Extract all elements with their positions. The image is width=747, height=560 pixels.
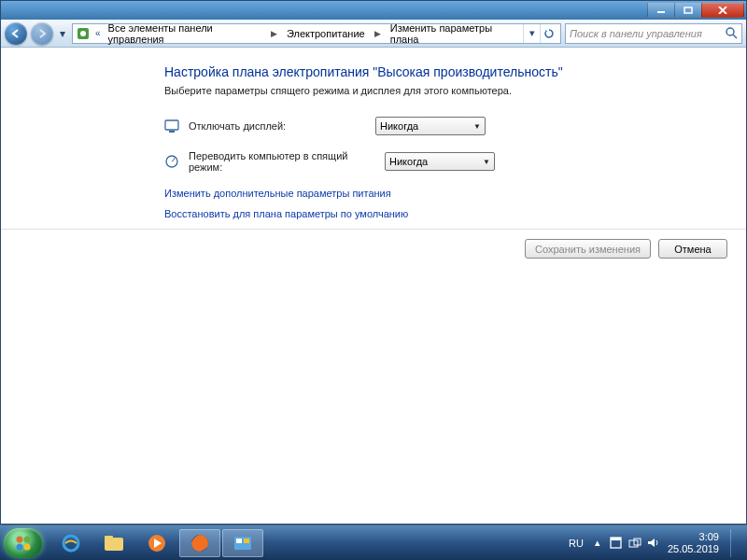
- show-hidden-icons[interactable]: ▴: [591, 537, 604, 550]
- svg-rect-20: [244, 539, 249, 543]
- network-icon[interactable]: [628, 537, 641, 550]
- svg-point-4: [726, 28, 734, 35]
- back-button[interactable]: [5, 22, 27, 45]
- close-button[interactable]: [701, 3, 744, 18]
- setting-label: Отключать дисплей:: [189, 120, 366, 132]
- svg-rect-19: [236, 539, 242, 543]
- breadcrumb-item[interactable]: Все элементы панели управления: [106, 22, 263, 45]
- display-icon: [164, 119, 179, 133]
- breadcrumb-item[interactable]: Изменить параметры плана: [388, 22, 517, 45]
- minimize-button[interactable]: [647, 3, 675, 18]
- svg-rect-1: [684, 7, 692, 13]
- navigation-bar: ▾ « Все элементы панели управления ▶ Эле…: [1, 20, 746, 48]
- svg-point-10: [24, 536, 31, 542]
- svg-point-9: [17, 536, 23, 542]
- taskbar-firefox[interactable]: [179, 529, 220, 557]
- restore-defaults-link[interactable]: Восстановить для плана параметры по умол…: [164, 208, 727, 219]
- search-icon[interactable]: [725, 26, 738, 41]
- sleep-icon: [164, 154, 179, 169]
- show-desktop-button[interactable]: [730, 529, 738, 557]
- chevron-down-icon: ▼: [483, 158, 490, 166]
- page-title: Настройка плана электропитания "Высокая …: [164, 64, 727, 79]
- content-area: Настройка плана электропитания "Высокая …: [1, 48, 746, 524]
- windows-logo-icon: [14, 534, 33, 553]
- combo-value: Никогда: [380, 120, 418, 132]
- language-indicator[interactable]: RU: [569, 538, 584, 549]
- search-placeholder: Поиск в панели управления: [570, 28, 702, 39]
- forward-button[interactable]: [31, 22, 53, 45]
- window-buttons: [648, 3, 744, 18]
- refresh-button[interactable]: [540, 24, 557, 43]
- setting-sleep: Переводить компьютер в спящий режим: Ник…: [164, 150, 727, 173]
- cancel-button[interactable]: Отмена: [658, 239, 727, 259]
- chevron-right-icon[interactable]: ▶: [373, 29, 383, 38]
- advanced-settings-link[interactable]: Изменить дополнительные параметры питани…: [164, 188, 727, 199]
- svg-rect-0: [657, 11, 665, 13]
- address-buttons: ▾: [523, 24, 557, 43]
- taskbar-control-panel[interactable]: [222, 529, 263, 557]
- control-panel-icon: [77, 27, 90, 40]
- maximize-button[interactable]: [674, 3, 702, 18]
- taskbar[interactable]: RU ▴ 3:09 25.05.2019: [0, 525, 747, 560]
- svg-point-11: [17, 543, 23, 550]
- address-bar[interactable]: « Все элементы панели управления ▶ Элект…: [72, 23, 561, 44]
- page-subtitle: Выберите параметры спящего режима и дисп…: [164, 85, 727, 96]
- svg-rect-7: [169, 131, 175, 133]
- breadcrumb-recent[interactable]: «: [95, 28, 101, 38]
- svg-point-3: [80, 31, 86, 36]
- taskbar-explorer[interactable]: [93, 529, 134, 557]
- svg-rect-6: [165, 120, 178, 130]
- save-button[interactable]: Сохранить изменения: [525, 239, 651, 259]
- svg-point-12: [24, 543, 31, 550]
- chevron-down-icon: ▼: [473, 122, 481, 131]
- divider: [1, 229, 746, 230]
- action-center-icon[interactable]: [610, 537, 623, 550]
- clock-date: 25.05.2019: [668, 543, 719, 555]
- link-list: Изменить дополнительные параметры питани…: [164, 188, 727, 219]
- titlebar: [1, 1, 746, 20]
- taskbar-ie[interactable]: [50, 529, 92, 557]
- start-button[interactable]: [4, 528, 43, 558]
- svg-rect-14: [105, 538, 123, 551]
- search-box[interactable]: Поиск в панели управления: [565, 23, 742, 44]
- svg-point-8: [166, 156, 177, 167]
- sleep-timeout-combo[interactable]: Никогда ▼: [385, 152, 495, 171]
- setting-turn-off-display: Отключать дисплей: Никогда ▼: [164, 117, 727, 135]
- button-row: Сохранить изменения Отмена: [164, 239, 727, 270]
- volume-icon[interactable]: [647, 537, 660, 550]
- svg-rect-15: [105, 536, 113, 539]
- display-timeout-combo[interactable]: Никогда ▼: [375, 117, 486, 135]
- taskbar-clock[interactable]: 3:09 25.05.2019: [668, 531, 719, 555]
- svg-line-5: [733, 35, 737, 38]
- svg-rect-22: [611, 538, 621, 540]
- tray-icons: ▴: [591, 537, 660, 550]
- control-panel-window: ▾ « Все элементы панели управления ▶ Эле…: [0, 0, 747, 525]
- breadcrumb-item[interactable]: Электропитание: [285, 28, 367, 39]
- address-dropdown[interactable]: ▾: [523, 24, 540, 43]
- setting-label: Переводить компьютер в спящий режим:: [189, 150, 375, 173]
- taskbar-media-player[interactable]: [136, 529, 177, 557]
- clock-time: 3:09: [668, 531, 719, 543]
- chevron-right-icon[interactable]: ▶: [269, 29, 279, 38]
- combo-value: Никогда: [389, 156, 428, 167]
- history-dropdown[interactable]: ▾: [57, 27, 68, 40]
- system-tray: RU ▴ 3:09 25.05.2019: [569, 529, 743, 557]
